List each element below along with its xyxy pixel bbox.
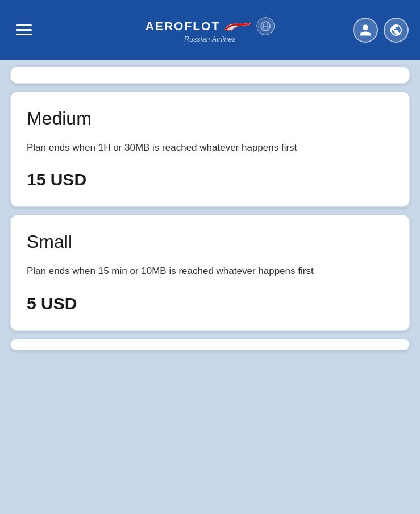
- small-plan-description: Plan ends when 15 min or 10MB is reached…: [27, 264, 393, 279]
- globe-icon: [389, 23, 403, 37]
- user-icon: [359, 23, 372, 37]
- hamburger-line-2: [16, 29, 32, 31]
- header-actions: [353, 18, 409, 43]
- small-plan-card[interactable]: Small Plan ends when 15 min or 10MB is r…: [10, 215, 410, 330]
- language-globe-button[interactable]: [384, 18, 409, 43]
- medium-plan-description: Plan ends when 1H or 30MB is reached wha…: [27, 140, 393, 155]
- partial-top-card: [10, 67, 410, 84]
- user-profile-button[interactable]: [353, 18, 378, 43]
- brand-logo: AEROFLOT Russian Airlines: [145, 17, 275, 43]
- hamburger-line-1: [16, 24, 32, 26]
- medium-plan-price: 15 USD: [27, 170, 393, 189]
- brand-name: AEROFLOT: [145, 19, 221, 33]
- small-plan-price: 5 USD: [27, 294, 393, 313]
- flag-icon: [223, 19, 253, 33]
- app-header: AEROFLOT Russian Airlines: [0, 0, 420, 60]
- airline-subtitle: Russian Airlines: [184, 35, 235, 43]
- medium-plan-card[interactable]: Medium Plan ends when 1H or 30MB is reac…: [10, 92, 410, 207]
- hamburger-menu-button[interactable]: [11, 20, 36, 40]
- main-content: Medium Plan ends when 1H or 30MB is reac…: [0, 60, 420, 357]
- small-plan-name: Small: [27, 231, 393, 252]
- logo-top-row: AEROFLOT: [145, 17, 275, 35]
- partial-bottom-card: [10, 339, 410, 350]
- hamburger-line-3: [16, 34, 32, 35]
- skyteam-icon: [260, 20, 271, 32]
- skyteam-logo: [256, 17, 275, 35]
- medium-plan-name: Medium: [27, 108, 393, 129]
